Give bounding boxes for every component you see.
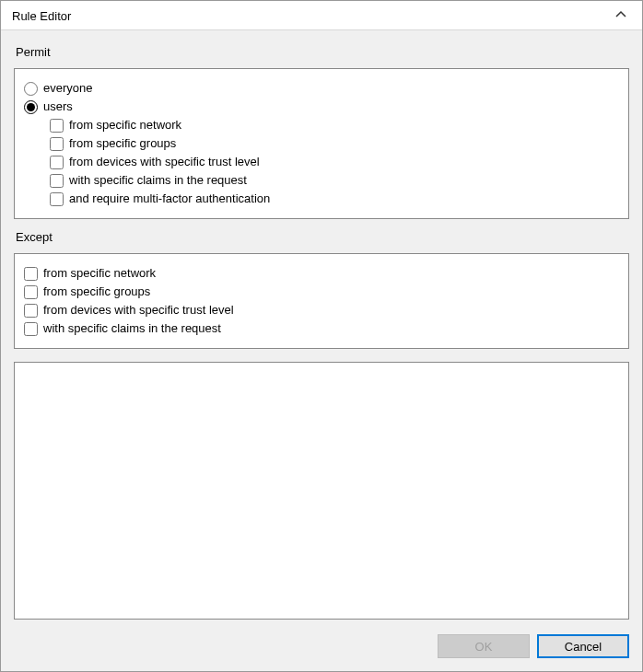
radio-users-label: users [43,98,73,115]
except-check-network-input[interactable] [24,267,38,281]
window-title: Rule Editor [12,9,71,23]
permit-user-checks: from specific network from specific grou… [50,117,619,207]
titlebar: Rule Editor [1,1,642,30]
content-area: Permit everyone users from specific netw… [1,30,642,671]
except-check-claims-input[interactable] [24,322,38,336]
permit-check-network-label: from specific network [69,117,181,133]
details-panel [14,362,629,620]
permit-check-trust-input[interactable] [50,156,64,169]
permit-check-groups-input[interactable] [50,137,64,151]
permit-check-groups[interactable]: from specific groups [50,135,619,152]
permit-check-mfa-label: and require multi-factor authentication [69,191,270,207]
except-check-network-label: from specific network [43,265,156,282]
chevron-up-icon[interactable] [611,6,631,26]
except-section-label: Except [16,230,629,244]
except-check-groups[interactable]: from specific groups [24,284,619,300]
rule-editor-window: Rule Editor Permit everyone users from s… [0,0,643,672]
except-check-network[interactable]: from specific network [24,265,619,282]
permit-check-mfa-input[interactable] [50,192,64,206]
except-check-trust[interactable]: from devices with specific trust level [24,302,619,319]
radio-everyone-label: everyone [43,80,92,97]
permit-check-claims-label: with specific claims in the request [69,172,247,189]
permit-check-claims-input[interactable] [50,174,64,188]
except-check-groups-label: from specific groups [43,284,150,300]
radio-users[interactable]: users [24,98,619,115]
permit-panel: everyone users from specific network fro… [14,68,629,219]
except-panel: from specific network from specific grou… [14,253,629,349]
permit-check-network-input[interactable] [50,119,64,133]
permit-check-trust-label: from devices with specific trust level [69,154,260,170]
permit-check-claims[interactable]: with specific claims in the request [50,172,619,189]
except-check-claims-label: with specific claims in the request [43,320,221,337]
permit-check-mfa[interactable]: and require multi-factor authentication [50,191,619,207]
permit-check-trust[interactable]: from devices with specific trust level [50,154,619,170]
radio-users-input[interactable] [24,100,38,114]
radio-everyone-input[interactable] [24,82,38,96]
permit-check-groups-label: from specific groups [69,135,176,152]
button-row: OK Cancel [14,634,629,658]
radio-everyone[interactable]: everyone [24,80,619,97]
except-check-trust-input[interactable] [24,304,38,318]
permit-check-network[interactable]: from specific network [50,117,619,133]
cancel-button[interactable]: Cancel [537,634,629,658]
except-check-claims[interactable]: with specific claims in the request [24,320,619,337]
except-check-trust-label: from devices with specific trust level [43,302,234,319]
except-check-groups-input[interactable] [24,285,38,299]
ok-button: OK [438,634,530,658]
permit-section-label: Permit [16,45,629,59]
